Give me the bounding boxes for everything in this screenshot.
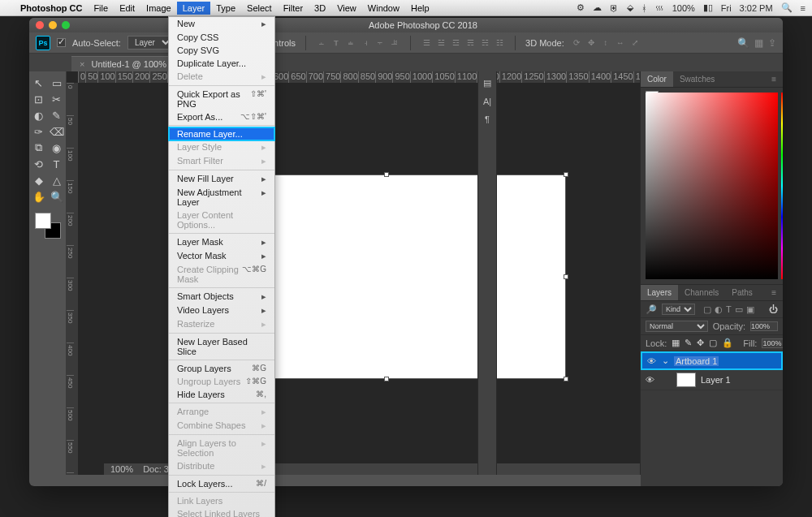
visibility-icon[interactable]: 👁 <box>646 356 657 366</box>
shield-icon[interactable]: ⛨ <box>610 3 619 13</box>
tool-5[interactable]: ✎ <box>49 107 65 123</box>
layer-row[interactable]: 👁Layer 1 <box>641 370 783 390</box>
menubar-3d[interactable]: 3D <box>309 2 331 15</box>
dist-2-icon[interactable]: ☱ <box>435 37 447 49</box>
search-icon[interactable]: 🔍 <box>737 37 749 49</box>
blend-mode-select[interactable]: Normal <box>646 321 708 332</box>
3d-orbit-icon[interactable]: ⟳ <box>571 37 582 49</box>
menu-item-group-layers[interactable]: Group Layers⌘G <box>169 362 274 375</box>
color-field[interactable] <box>646 93 778 279</box>
tool-4[interactable]: ◐ <box>31 107 47 123</box>
tab-paths[interactable]: Paths <box>725 285 759 300</box>
lock-artboard-icon[interactable]: ▢ <box>709 338 717 348</box>
color-swatches[interactable] <box>35 213 61 239</box>
menubar-image[interactable]: Image <box>140 2 177 15</box>
tab-color[interactable]: Color <box>641 71 673 87</box>
menubar-type[interactable]: Type <box>210 2 241 15</box>
tool-7[interactable]: ⌫ <box>49 123 65 140</box>
tool-0[interactable]: ↖ <box>31 75 47 91</box>
auto-select-dropdown[interactable]: Layer <box>127 36 173 50</box>
opacity-input[interactable] <box>750 321 778 331</box>
menubar-select[interactable]: Select <box>241 2 278 15</box>
menu-item-copy-svg[interactable]: Copy SVG <box>169 44 274 57</box>
filter-kind-icon[interactable]: 🔎 <box>646 304 657 315</box>
tool-14[interactable]: ✋ <box>31 188 47 205</box>
dist-3-icon[interactable]: ☲ <box>450 37 461 49</box>
canvas-area[interactable]: 0501001502002503003504004505005506006507… <box>67 71 640 475</box>
3d-slide-icon[interactable]: ↔ <box>615 37 626 49</box>
3d-dolly-icon[interactable]: ↕ <box>600 37 611 49</box>
filter-adjust-icon[interactable]: ◐ <box>715 304 723 315</box>
menu-item-layer-mask[interactable]: Layer Mask <box>169 235 274 249</box>
3d-scale-icon[interactable]: ⤢ <box>629 37 641 49</box>
bluetooth-icon[interactable]: ᚼ <box>641 3 647 13</box>
align-top-icon[interactable]: ⫠ <box>316 37 327 49</box>
menubar-filter[interactable]: Filter <box>278 2 309 15</box>
visibility-icon[interactable]: 👁 <box>644 375 655 385</box>
filter-pixel-icon[interactable]: ▢ <box>703 304 711 315</box>
history-icon[interactable]: ▤ <box>483 78 491 88</box>
align-left-icon[interactable]: ⫞ <box>360 37 371 49</box>
filter-smart-icon[interactable]: ▣ <box>746 304 754 315</box>
3d-pan-icon[interactable]: ✥ <box>585 37 597 49</box>
tab-channels[interactable]: Channels <box>678 285 725 300</box>
artboard-collapse-icon[interactable]: ⌄ <box>662 355 669 366</box>
menu-item-new-fill-layer[interactable]: New Fill Layer <box>169 172 274 186</box>
menubar-app-name[interactable]: Photoshop CC <box>15 2 88 15</box>
menu-item-hide-layers[interactable]: Hide Layers⌘, <box>169 388 274 401</box>
tool-13[interactable]: △ <box>49 172 65 188</box>
menubar-edit[interactable]: Edit <box>114 2 140 15</box>
filter-shape-icon[interactable]: ▭ <box>735 304 743 315</box>
tool-6[interactable]: ✑ <box>31 123 47 140</box>
panel-menu-icon[interactable]: ≡ <box>765 71 783 87</box>
layer-name[interactable]: Artboard 1 <box>674 356 719 366</box>
close-window-button[interactable] <box>36 21 44 29</box>
menu-item-new-layer-based-slice[interactable]: New Layer Based Slice <box>169 335 274 358</box>
auto-select-checkbox[interactable] <box>57 38 66 47</box>
menu-item-new-adjustment-layer[interactable]: New Adjustment Layer <box>169 186 274 209</box>
tool-9[interactable]: ◉ <box>49 140 65 156</box>
dist-5-icon[interactable]: ☵ <box>479 37 490 49</box>
ps-home-icon[interactable]: Ps <box>36 36 50 50</box>
character-icon[interactable]: A| <box>483 97 491 106</box>
menubar-layer[interactable]: Layer <box>177 2 211 15</box>
tab-layers[interactable]: Layers <box>641 285 678 300</box>
menubar-window[interactable]: Window <box>362 2 405 15</box>
lock-transparent-icon[interactable]: ▦ <box>672 338 680 348</box>
menu-item-vector-mask[interactable]: Vector Mask <box>169 249 274 263</box>
layer-row[interactable]: 👁⌄Artboard 1 <box>641 351 783 370</box>
layer-name[interactable]: Layer 1 <box>701 375 731 385</box>
menu-icon[interactable]: ≡ <box>801 3 806 13</box>
foreground-color-swatch[interactable] <box>35 213 51 229</box>
cloud-icon[interactable]: ☁ <box>593 2 602 13</box>
menubar-view[interactable]: View <box>331 2 362 15</box>
menubar-help[interactable]: Help <box>405 2 435 15</box>
align-hcenter-icon[interactable]: ⫟ <box>374 37 386 49</box>
menu-item-video-layers[interactable]: Video Layers <box>169 304 274 317</box>
tool-15[interactable]: 🔍 <box>49 188 65 205</box>
minimize-window-button[interactable] <box>49 21 57 29</box>
dist-4-icon[interactable]: ☴ <box>464 37 476 49</box>
menu-item-copy-css[interactable]: Copy CSS <box>169 31 274 44</box>
tool-1[interactable]: ▭ <box>49 75 65 91</box>
tool-12[interactable]: ◆ <box>31 172 47 188</box>
spotlight-icon[interactable]: 🔍 <box>781 2 793 13</box>
align-vcenter-icon[interactable]: ⫪ <box>330 37 342 49</box>
arrange-docs-icon[interactable]: ▦ <box>754 37 763 49</box>
dist-1-icon[interactable]: ☰ <box>421 37 432 49</box>
menu-item-duplicate-layer-[interactable]: Duplicate Layer... <box>169 57 274 70</box>
battery-icon[interactable]: ▮▯ <box>703 2 713 13</box>
lock-all-icon[interactable]: 🔒 <box>722 338 733 348</box>
align-right-icon[interactable]: ⫡ <box>389 37 400 49</box>
tab-swatches[interactable]: Swatches <box>673 71 721 87</box>
layers-panel-menu-icon[interactable]: ≡ <box>765 285 783 300</box>
menu-item-quick-export-as-png[interactable]: Quick Export as PNG⇧⌘' <box>169 88 274 110</box>
layer-menu-dropdown[interactable]: NewCopy CSSCopy SVGDuplicate Layer...Del… <box>168 16 275 517</box>
paragraph-icon[interactable]: ¶ <box>485 114 490 124</box>
tool-2[interactable]: ⊡ <box>31 91 47 107</box>
menu-item-new[interactable]: New <box>169 17 274 31</box>
filter-toggle[interactable]: ⏻ <box>769 304 778 314</box>
menu-item-export-as-[interactable]: Export As...⌥⇧⌘' <box>169 110 274 123</box>
zoom-level[interactable]: 100% <box>110 464 133 474</box>
menu-item-smart-objects[interactable]: Smart Objects <box>169 290 274 304</box>
